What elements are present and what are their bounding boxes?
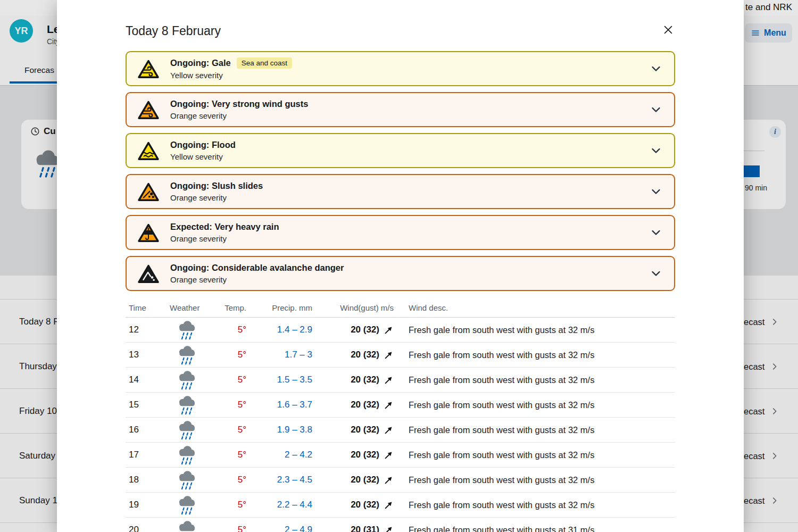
time-cell: 13 <box>126 350 167 360</box>
wind-description-cell: Fresh gale from south west with gusts at… <box>394 450 675 460</box>
chevron-down-icon <box>650 103 662 116</box>
rain-cloud-icon <box>176 445 197 465</box>
rain-cloud-icon <box>176 345 197 365</box>
wind-cell: 20 (32) <box>312 375 394 385</box>
wind-cell: 20 (31) <box>312 525 394 532</box>
chevron-down-icon <box>650 144 662 157</box>
wind-value: 20 (32) <box>351 475 379 485</box>
wind-direction-arrow-icon <box>384 375 394 385</box>
warning-severity: Orange severity <box>170 193 263 202</box>
precipitation-cell: 1.9 – 3.8 <box>246 425 312 435</box>
hourly-forecast-table: Time Weather Temp. Precip. mm Wind(gust)… <box>126 298 675 532</box>
wind-value: 20 (32) <box>351 325 379 335</box>
wind-direction-arrow-icon <box>384 325 394 335</box>
wind-value: 20 (32) <box>351 425 379 435</box>
screen: te and NRK YR Le City Forecas Menu Cu i … <box>0 0 798 532</box>
chevron-down-icon <box>650 267 662 280</box>
wind-direction-arrow-icon <box>384 500 394 510</box>
time-cell: 20 <box>126 525 167 532</box>
weather-cell <box>167 320 207 340</box>
wind-cell: 20 (32) <box>312 475 394 485</box>
warning-banner-avalanche[interactable]: Ongoing: Considerable avalanche danger O… <box>126 256 675 291</box>
weather-cell <box>167 345 207 365</box>
time-cell: 15 <box>126 400 167 410</box>
wind-value: 20 (32) <box>351 375 379 385</box>
table-header-row: Time Weather Temp. Precip. mm Wind(gust)… <box>126 298 675 318</box>
warning-title: Expected: Very heavy rain <box>170 222 279 232</box>
wind-direction-arrow-icon <box>384 350 394 360</box>
precipitation-cell: 2 – 4.9 <box>246 525 312 532</box>
wind-cell: 20 (32) <box>312 425 394 435</box>
warning-title: Ongoing: Flood <box>170 140 236 150</box>
precipitation-cell: 1.4 – 2.9 <box>246 325 312 335</box>
temperature-cell: 5° <box>207 525 246 532</box>
warning-banner-heavy-rain[interactable]: Expected: Very heavy rain Orange severit… <box>126 215 675 250</box>
warning-banner-wind-gusts[interactable]: Ongoing: Very strong wind gusts Orange s… <box>126 92 675 127</box>
temperature-cell: 5° <box>207 350 246 360</box>
wind-value: 20 (32) <box>351 450 379 460</box>
table-row: 17 5° 2 – 4.2 20 (32) Fresh gale from so… <box>126 443 675 468</box>
table-row: 14 5° 1.5 – 3.5 20 (32) Fresh gale from … <box>126 368 675 393</box>
precipitation-cell: 1.7 – 3 <box>246 350 312 360</box>
weather-cell <box>167 495 207 515</box>
weather-cell <box>167 470 207 490</box>
weather-cell <box>167 520 207 532</box>
wind-value: 20 (32) <box>351 500 379 510</box>
wind-description-cell: Fresh gale from south west with gusts at… <box>394 475 675 485</box>
time-cell: 16 <box>126 425 167 435</box>
warnings-dialog: Today 8 February Ongoing: Gale Sea and c… <box>57 0 744 532</box>
wind-description-cell: Fresh gale from south west with gusts at… <box>394 350 675 360</box>
heavy-rain-warning-icon <box>137 222 160 243</box>
precipitation-cell: 2 – 4.2 <box>246 450 312 460</box>
wind-direction-arrow-icon <box>384 400 394 410</box>
dialog-title: Today 8 February <box>126 23 221 38</box>
temperature-cell: 5° <box>207 425 246 435</box>
warning-title: Ongoing: Considerable avalanche danger <box>170 263 344 273</box>
time-cell: 18 <box>126 475 167 485</box>
precipitation-cell: 2.2 – 4.4 <box>246 500 312 510</box>
rain-cloud-icon <box>176 370 197 390</box>
time-cell: 14 <box>126 375 167 385</box>
precipitation-cell: 1.5 – 3.5 <box>246 375 312 385</box>
close-button[interactable] <box>661 23 675 37</box>
close-icon <box>662 24 674 36</box>
header-precip: Precip. mm <box>246 303 312 312</box>
wind-cell: 20 (32) <box>312 400 394 410</box>
wind-description-cell: Fresh gale from south west with gusts at… <box>394 500 675 510</box>
rain-cloud-icon <box>176 495 197 515</box>
wind-description-cell: Fresh gale from south west with gusts at… <box>394 325 675 335</box>
chevron-down-icon <box>650 226 662 239</box>
wind-cell: 20 (32) <box>312 500 394 510</box>
wind-value: 20 (32) <box>351 400 379 410</box>
rain-cloud-icon <box>176 395 197 415</box>
wind-cell: 20 (32) <box>312 350 394 360</box>
warning-title: Ongoing: Slush slides <box>170 181 263 191</box>
rain-cloud-icon <box>176 420 197 440</box>
temperature-cell: 5° <box>207 450 246 460</box>
warning-region-tag: Sea and coast <box>237 57 292 69</box>
wind-direction-arrow-icon <box>384 475 394 485</box>
wind-description-cell: Fresh gale from south west with gusts at… <box>394 375 675 385</box>
warning-banner-flood[interactable]: Ongoing: Flood Yellow severity <box>126 133 675 168</box>
table-row: 13 5° 1.7 – 3 20 (32) Fresh gale from so… <box>126 343 675 368</box>
wind-gust-warning-icon <box>137 99 160 120</box>
temperature-cell: 5° <box>207 375 246 385</box>
table-row: 15 5° 1.6 – 3.7 20 (32) Fresh gale from … <box>126 393 675 418</box>
table-row: 20 5° 2 – 4.9 20 (31) Fresh gale from so… <box>126 518 675 532</box>
header-time: Time <box>126 303 167 312</box>
gale-warning-icon <box>137 59 160 79</box>
wind-description-cell: Fresh gale from south west with gusts at… <box>394 400 675 410</box>
chevron-down-icon <box>650 185 662 198</box>
precipitation-cell: 2.3 – 4.5 <box>246 475 312 485</box>
warning-banner-slush-slides[interactable]: Ongoing: Slush slides Orange severity <box>126 174 675 209</box>
weather-cell <box>167 445 207 465</box>
warning-banner-gale[interactable]: Ongoing: Gale Sea and coast Yellow sever… <box>126 51 675 86</box>
header-wind-desc: Wind desc. <box>394 303 675 312</box>
chevron-down-icon <box>650 62 662 75</box>
warning-title: Ongoing: Very strong wind gusts <box>170 99 308 109</box>
wind-value: 20 (31) <box>351 525 379 532</box>
wind-direction-arrow-icon <box>384 425 394 435</box>
time-cell: 12 <box>126 325 167 335</box>
wind-direction-arrow-icon <box>384 525 394 532</box>
table-row: 19 5° 2.2 – 4.4 20 (32) Fresh gale from … <box>126 493 675 518</box>
